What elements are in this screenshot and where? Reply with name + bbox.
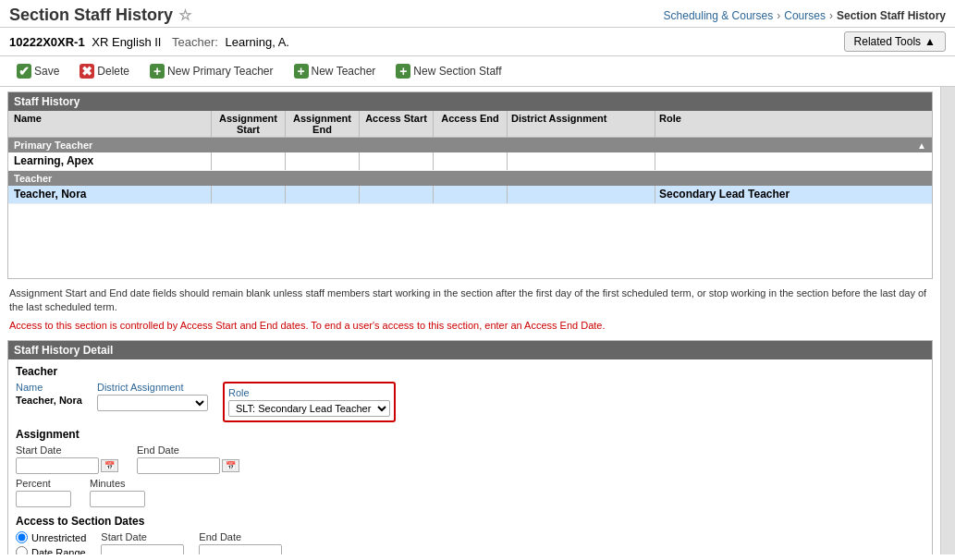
percent-input[interactable] [16,491,71,507]
row-assign-start-nora [212,186,286,203]
access-start-input[interactable] [101,544,184,554]
col-header-role: Role [655,111,932,137]
date-row: Start Date 📅 End Date 📅 [16,444,924,474]
row-access-end-nora [434,186,508,203]
percent-label: Percent [16,478,71,489]
role-select[interactable]: SLT: Secondary Lead Teacher PLT: Primary… [228,400,390,417]
access-start-label: Start Date [101,531,184,542]
minutes-input[interactable] [90,491,145,507]
group-label-primary: Primary Teacher [14,140,92,151]
col-header-district: District Assignment [508,111,655,137]
radio-unrestricted: Unrestricted [16,531,86,543]
delete-button[interactable]: ✖ Delete [72,61,137,81]
favorite-icon[interactable]: ☆ [178,6,191,24]
section-id: 10222X0XR-1 [9,35,85,49]
sub-header: 10222X0XR-1 XR English II Teacher: Learn… [0,28,955,56]
percent-minutes-row: Percent Minutes [16,478,924,507]
add-icon-1: + [150,64,165,79]
assignment-section: Assignment Start Date 📅 End Date [16,428,924,507]
toolbar: ✔ Save ✖ Delete + New Primary Teacher + … [0,56,955,87]
percent-field: Percent [16,478,71,507]
start-date-input[interactable] [16,457,99,474]
chevron-up-icon: ▲ [924,35,936,48]
related-tools-button[interactable]: Related Tools ▲ [844,31,946,52]
new-section-label: New Section Staff [413,65,501,78]
end-date-field: End Date 📅 [137,444,239,474]
role-label: Role [228,387,390,398]
table-row-selected[interactable]: Teacher, Nora Secondary Lead Teacher [8,186,932,204]
staff-history-detail: Staff History Detail Teacher Name Teache… [7,340,933,554]
row-name-nora: Teacher, Nora [8,186,212,203]
end-date-input[interactable] [137,457,220,474]
access-title: Access to Section Dates [16,515,924,528]
row-access-start-nora [360,186,434,203]
radio-daterange: Date Range [16,546,86,554]
group-label-teacher: Teacher [14,173,52,184]
detail-body: Teacher Name Teacher, Nora District Assi… [8,359,932,554]
row-access-end [434,152,508,170]
related-tools-label: Related Tools [854,35,922,48]
access-end-input[interactable] [199,544,282,554]
new-primary-teacher-button[interactable]: + New Primary Teacher [142,61,280,81]
new-primary-label: New Primary Teacher [167,65,273,78]
row-role [655,152,932,170]
start-date-calendar-button[interactable]: 📅 [101,459,118,472]
breadcrumb-scheduling[interactable]: Scheduling & Courses [664,9,774,22]
radio-daterange-input[interactable] [16,546,28,554]
breadcrumb: Scheduling & Courses › Courses › Section… [664,9,946,22]
access-note: Access to this section is controlled by … [9,319,931,333]
row-access-start [360,152,434,170]
group-collapse-primary[interactable]: ▲ [917,140,926,151]
district-select[interactable] [97,395,208,411]
name-label: Name [16,382,82,393]
group-header-teacher: Teacher [8,171,932,186]
section-info: 10222X0XR-1 XR English II Teacher: Learn… [9,35,289,49]
staff-history-table: Staff History Name Assignment Start Assi… [7,91,933,279]
radio-daterange-label: Date Range [31,547,86,554]
save-label: Save [34,65,59,78]
save-button[interactable]: ✔ Save [9,61,67,81]
minutes-label: Minutes [90,478,145,489]
breadcrumb-sep2: › [829,9,833,22]
breadcrumb-sep1: › [777,9,780,22]
breadcrumb-courses[interactable]: Courses [784,9,826,22]
empty-table-area [8,204,932,278]
add-icon-3: + [396,64,410,79]
table-header: Name Assignment Start Assignment End Acc… [8,111,932,138]
radio-unrestricted-input[interactable] [16,531,28,543]
table-row[interactable]: Learning, Apex [8,152,932,171]
row-assign-end [286,152,360,170]
radio-unrestricted-label: Unrestricted [31,532,86,543]
row-name: Learning, Apex [8,152,212,170]
access-start-field: Start Date [101,531,184,554]
new-teacher-button[interactable]: + New Teacher [287,61,384,81]
end-date-calendar-button[interactable]: 📅 [222,459,239,472]
col-header-access-start: Access Start [360,111,434,137]
save-icon: ✔ [17,64,31,79]
role-field: Role SLT: Secondary Lead Teacher PLT: Pr… [223,382,396,422]
breadcrumb-current: Section Staff History [837,9,946,22]
minutes-field: Minutes [90,478,145,507]
title-text: Section Staff History [9,6,173,25]
col-header-name: Name [8,111,212,137]
start-date-field: Start Date 📅 [16,444,118,474]
section-name: XR English II [92,35,161,49]
add-icon-2: + [294,64,309,79]
main-content: Staff History Name Assignment Start Assi… [0,87,955,554]
role-highlight-box: Role SLT: Secondary Lead Teacher PLT: Pr… [223,382,396,422]
detail-sub-title: Teacher [16,365,924,378]
row-assign-end-nora [286,186,360,203]
teacher-name: Learning, A. [226,35,289,49]
district-field: District Assignment [97,382,208,411]
staff-history-header: Staff History [8,92,932,111]
group-header-primary: Primary Teacher ▲ [8,138,932,152]
name-field: Name Teacher, Nora [16,382,82,406]
delete-icon: ✖ [80,64,94,79]
row-district-nora [508,186,655,203]
right-sidebar [940,87,955,554]
delete-label: Delete [97,65,129,78]
radio-group: Unrestricted Date Range [16,531,86,554]
col-header-access-end: Access End [434,111,508,137]
teacher-form-row: Name Teacher, Nora District Assignment R… [16,382,924,422]
new-section-staff-button[interactable]: + New Section Staff [388,61,508,81]
